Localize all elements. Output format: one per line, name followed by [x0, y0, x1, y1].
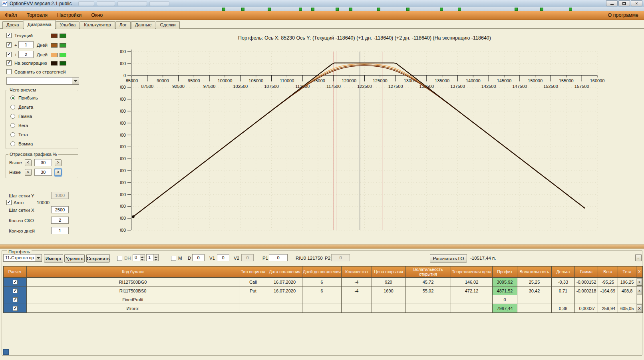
window-title: OptionFVV версия 2.1 public: [10, 1, 72, 6]
p1-label: P1: [262, 254, 268, 262]
row-calc-checkbox[interactable]: [13, 297, 18, 302]
more-button[interactable]: ..: [635, 254, 642, 261]
svg-text:90000: 90000: [157, 78, 169, 83]
series-row-current: Текущий: [0, 33, 120, 41]
main-area: Текущий + Дней + Дней: [0, 29, 644, 245]
row-calc-checkbox-cell[interactable]: [4, 295, 27, 304]
tab-1[interactable]: Диаграмма: [24, 20, 56, 29]
tab-0[interactable]: Доска: [2, 21, 23, 29]
plus2-color1-swatch: [51, 53, 58, 57]
p2-input: [331, 254, 350, 261]
portfolio-preset-combo[interactable]: 11-Стренгл пр: [3, 254, 42, 262]
draw-pct-group: Отрисовка графика % Выше < > Ниже < >: [6, 152, 78, 178]
radio-icon[interactable]: [10, 114, 15, 119]
save-button[interactable]: Сохранить: [86, 254, 110, 263]
radio-icon[interactable]: [10, 132, 15, 137]
radio-icon[interactable]: [10, 123, 15, 128]
table-cell: -259,94: [598, 304, 618, 313]
dh-spinner-1[interactable]: 0: [133, 254, 145, 261]
d-input[interactable]: [192, 254, 205, 261]
expiration-color2-swatch: [60, 61, 66, 66]
table-cell: RI127500BG0: [27, 278, 239, 286]
menu-item-0[interactable]: Файл: [0, 11, 22, 20]
table-cell: 45,72: [405, 278, 451, 286]
spinner-arrows-icon[interactable]: [140, 255, 145, 261]
table-cell: [372, 304, 405, 313]
calc-margin-button[interactable]: Рассчитать ГО: [430, 254, 467, 263]
compare-strategy-checkbox[interactable]: [6, 69, 12, 74]
row-calc-checkbox-cell[interactable]: [4, 304, 27, 313]
background-window-artifact: [97, 1, 115, 6]
draw-option-row[interactable]: Прибыль: [6, 93, 78, 102]
dh-spinner-2[interactable]: 1: [146, 254, 159, 261]
plus1-days-input[interactable]: [18, 41, 34, 48]
table-cell: 7967,44: [493, 304, 517, 313]
table-cell: -164,69: [598, 286, 618, 295]
current-checkbox[interactable]: [6, 33, 12, 38]
below-pct-input[interactable]: [34, 169, 52, 176]
grid-new-row-indicator[interactable]: [3, 349, 9, 355]
p1-input[interactable]: [269, 254, 288, 261]
tab-5[interactable]: Данные: [131, 21, 156, 29]
table-cell: -4: [342, 278, 372, 286]
plus2-checkbox[interactable]: [6, 52, 12, 57]
row-x-cell: [636, 295, 643, 304]
menu-item-3[interactable]: Окно: [86, 11, 107, 20]
menu-item-1[interactable]: Торговля: [22, 11, 52, 20]
row-calc-checkbox-cell[interactable]: [4, 278, 27, 286]
m-checkbox[interactable]: [171, 256, 176, 261]
tab-3[interactable]: Калькулятор: [80, 21, 115, 29]
delete-row-button[interactable]: X: [637, 278, 642, 286]
horizontal-splitter[interactable]: [0, 245, 644, 249]
below-increase-button[interactable]: >: [55, 169, 62, 176]
profit-chart: -130000-120000-110000-100000-90000-80000…: [120, 47, 639, 245]
import-button[interactable]: Импорт: [44, 254, 63, 263]
tab-2[interactable]: Улыбка: [56, 21, 80, 29]
draw-option-label: Тета: [18, 132, 28, 137]
below-row: Ниже < >: [9, 169, 78, 176]
tab-4[interactable]: Лог: [115, 21, 131, 29]
below-decrease-button[interactable]: <: [25, 169, 32, 176]
m-label: M: [178, 254, 182, 262]
maximize-button[interactable]: [618, 0, 630, 6]
table-cell: 55,02: [405, 286, 451, 295]
days-count-input[interactable]: [51, 227, 69, 234]
radio-icon[interactable]: [10, 141, 15, 146]
delete-button[interactable]: Удалить: [64, 254, 85, 263]
draw-option-row[interactable]: Гамма: [6, 111, 78, 121]
dh-checkbox[interactable]: [117, 256, 122, 261]
spinner-arrows-icon[interactable]: [153, 255, 158, 261]
strategy-combo[interactable]: [6, 77, 79, 85]
close-button[interactable]: ✕: [631, 0, 642, 6]
above-decrease-button[interactable]: <: [25, 159, 32, 166]
plus1-checkbox[interactable]: [6, 42, 12, 48]
tab-6[interactable]: Сделки: [156, 21, 179, 29]
chevron-down-icon[interactable]: [35, 255, 42, 261]
row-calc-checkbox[interactable]: [13, 306, 18, 311]
row-calc-checkbox[interactable]: [13, 280, 18, 284]
minimize-button[interactable]: [606, 0, 618, 6]
svg-text:-80000: -80000: [120, 168, 126, 173]
grid-step-x-input[interactable]: [51, 206, 69, 213]
v1-input[interactable]: [217, 254, 229, 261]
chevron-down-icon[interactable]: [72, 78, 79, 84]
plus2-days-input[interactable]: [18, 51, 34, 58]
radio-icon[interactable]: [10, 105, 15, 109]
draw-option-row[interactable]: Вега: [6, 121, 78, 130]
radio-icon[interactable]: [10, 95, 15, 100]
draw-option-row[interactable]: Вомма: [6, 139, 78, 148]
table-cell: 6: [302, 278, 342, 286]
auto-checkbox[interactable]: [6, 200, 12, 205]
above-increase-button[interactable]: >: [55, 159, 62, 166]
menu-item-2[interactable]: Настройки: [52, 11, 86, 20]
above-pct-input[interactable]: [34, 159, 52, 166]
row-calc-checkbox-cell[interactable]: [4, 286, 27, 295]
draw-option-row[interactable]: Дельта: [6, 102, 78, 111]
expiration-checkbox[interactable]: [6, 60, 12, 66]
draw-option-row[interactable]: Тета: [6, 130, 78, 139]
sko-count-input[interactable]: [51, 217, 69, 224]
delete-row-button[interactable]: X: [637, 304, 642, 312]
about-menu-item[interactable]: О программе: [608, 12, 638, 18]
delete-row-button[interactable]: X: [637, 287, 642, 294]
row-calc-checkbox[interactable]: [13, 288, 18, 293]
